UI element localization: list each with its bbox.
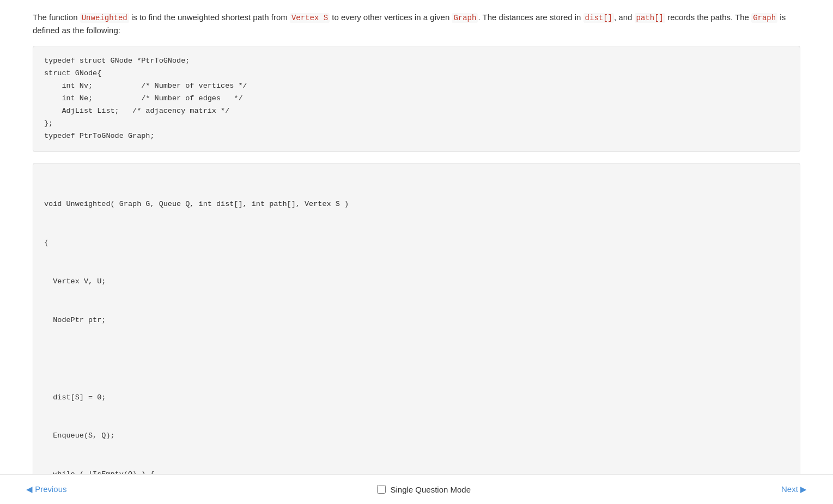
code-block-struct: typedef struct GNode *PtrToGNode; struct… <box>33 46 800 152</box>
description-paragraph: The function Unweighted is to find the u… <box>33 11 800 37</box>
code-line-2: { <box>44 236 789 250</box>
footer: ◀ Previous Single Question Mode Next ▶ <box>0 474 833 504</box>
inline-code-dist: dist[] <box>583 13 614 23</box>
inline-code-graph: Graph <box>452 13 478 23</box>
desc-text-end: . The distances are stored in <box>478 13 583 22</box>
next-button[interactable]: Next ▶ <box>777 482 811 496</box>
inline-code-path: path[] <box>635 13 665 23</box>
code-line-3: Vertex V, U; <box>44 275 789 288</box>
code-line-4: NodePtr ptr; <box>44 314 789 327</box>
inline-code-graph2: Graph <box>751 13 777 23</box>
single-question-mode-label[interactable]: Single Question Mode <box>390 485 471 494</box>
main-content: The function Unweighted is to find the u… <box>0 0 833 474</box>
code-line-1: void Unweighted( Graph G, Queue Q, int d… <box>44 198 789 211</box>
code-block-unweighted: void Unweighted( Graph G, Queue Q, int d… <box>33 163 800 474</box>
desc-text-records: records the paths. The <box>665 13 751 22</box>
code-line-6: dist[S] = 0; <box>44 391 789 404</box>
previous-button[interactable]: ◀ Previous <box>22 482 71 496</box>
code-line-5 <box>44 353 789 366</box>
single-question-mode-checkbox[interactable] <box>377 485 386 494</box>
desc-text-and: , and <box>614 13 635 22</box>
inline-code-unweighted: Unweighted <box>80 13 129 23</box>
code-line-7: Enqueue(S, Q); <box>44 429 789 442</box>
single-question-mode-container: Single Question Mode <box>377 485 471 494</box>
desc-text-before: The function <box>33 13 80 22</box>
code-line-8: while ( !IsEmpty(Q) ) { <box>44 468 789 474</box>
desc-text-middle: is to find the unweighted shortest path … <box>129 13 290 22</box>
desc-text-middle2: to every other vertices in a given <box>330 13 452 22</box>
inline-code-vertex-s: Vertex S <box>290 13 330 23</box>
